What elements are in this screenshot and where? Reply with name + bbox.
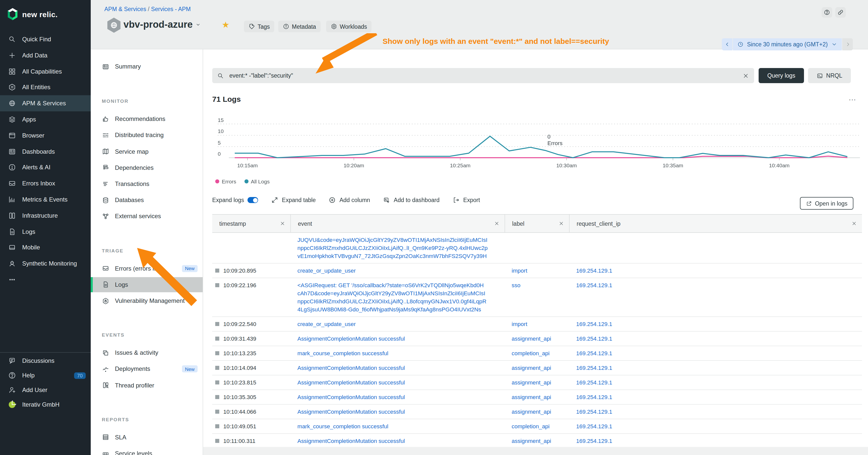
ip-link[interactable]: 169.254.129.1	[576, 267, 612, 273]
sidebar-item-dashboards[interactable]: Dashboards	[0, 143, 91, 160]
event-link[interactable]: mark_course_completion successful	[298, 349, 499, 357]
event-link[interactable]: AssignmentCompletionMutation successful	[298, 393, 499, 401]
new-relic-logo[interactable]: new relic.	[6, 7, 58, 21]
event-link[interactable]: cAh7D&code=eyJraWQiOiJjcGltY29yZV8wOTI1M…	[298, 289, 499, 297]
sidebar-item-infrastructure[interactable]: Infrastructure	[0, 207, 91, 224]
legend-item-errors[interactable]: Errors	[215, 178, 236, 185]
export-button[interactable]: Export	[453, 196, 480, 203]
row-marker-icon[interactable]	[215, 410, 219, 414]
sidebar-footer-iterativ-gmbh[interactable]: Iterativ GmbH	[0, 396, 91, 413]
table-row[interactable]: 10:10:35.305AssignmentCompletionMutation…	[212, 390, 862, 404]
nrql-button[interactable]: NRQL	[808, 68, 851, 83]
open-in-logs-button[interactable]: Open in logs	[800, 197, 854, 209]
subnav-item-issues-activity[interactable]: Issues & activity	[91, 345, 203, 360]
column-header-event[interactable]: event	[290, 215, 504, 232]
subnav-item-databases[interactable]: Databases	[91, 193, 203, 207]
column-header-timestamp[interactable]: timestamp	[212, 215, 290, 232]
ip-link[interactable]: 169.254.129.1	[576, 438, 612, 444]
table-row[interactable]: 10:10:13.235mark_course_completion succe…	[212, 346, 862, 361]
row-marker-icon[interactable]	[215, 395, 219, 399]
sidebar-footer-help[interactable]: Help70	[0, 367, 91, 384]
subnav-item-sla[interactable]: SLA	[91, 430, 203, 445]
subnav-item-transactions[interactable]: Transactions	[91, 176, 203, 192]
sidebar-footer-discussions[interactable]: Discussions	[0, 353, 91, 369]
sidebar-item-metrics-events[interactable]: Metrics & Events	[0, 192, 91, 207]
label-link[interactable]: assignment_api	[512, 438, 551, 444]
time-range-button[interactable]: Since 30 minutes ago (GMT+2)	[733, 38, 842, 51]
legend-item-all-logs[interactable]: All Logs	[244, 178, 270, 185]
table-row[interactable]: 10:09:22.196<ASGIRequest: GET '/sso/call…	[212, 278, 862, 317]
row-marker-icon[interactable]	[215, 268, 219, 272]
table-row[interactable]: 10:10:44.066AssignmentCompletionMutation…	[212, 404, 862, 419]
subnav-item-recommendations[interactable]: Recommendations	[91, 111, 203, 127]
ip-link[interactable]: 169.254.129.1	[576, 380, 612, 386]
table-row[interactable]: 10:10:23.815AssignmentCompletionMutation…	[212, 376, 862, 390]
event-link[interactable]: AssignmentCompletionMutation successful	[298, 437, 499, 445]
row-marker-icon[interactable]	[215, 283, 219, 287]
column-header-request-client-ip[interactable]: request_client_ip	[569, 215, 862, 232]
ip-link[interactable]: 169.254.129.1	[576, 321, 612, 327]
event-link[interactable]: AssignmentCompletionMutation successful	[298, 379, 499, 387]
row-marker-icon[interactable]	[215, 322, 219, 326]
ip-link[interactable]: 169.254.129.1	[576, 394, 612, 400]
table-row[interactable]: 10:09:31.439AssignmentCompletionMutation…	[212, 331, 862, 346]
sidebar-item-all-capabilities[interactable]: All Capabilities	[0, 63, 91, 79]
subnav-item-deployments[interactable]: DeploymentsNew	[91, 361, 203, 377]
table-row[interactable]: 10:09:20.895create_or_update_userimport1…	[212, 263, 862, 278]
chart-menu-button[interactable]: ...	[849, 94, 856, 102]
permalink-icon-button[interactable]	[835, 7, 846, 18]
ip-link[interactable]: 169.254.129.1	[576, 365, 612, 371]
remove-column-icon[interactable]	[494, 221, 499, 226]
metadata-button[interactable]: Metadata	[278, 21, 320, 32]
remove-column-icon[interactable]	[851, 221, 857, 226]
event-link[interactable]: create_or_update_user	[298, 320, 499, 328]
event-link[interactable]: nppcCI6IkRlZmxhdGUiLCJzZXIiOiIxLjAifQ..l…	[298, 244, 499, 252]
label-link[interactable]: completion_api	[512, 350, 550, 356]
row-marker-icon[interactable]	[215, 424, 219, 428]
favorite-star-icon[interactable]: ★	[222, 20, 229, 30]
event-link[interactable]: create_or_update_user	[298, 266, 499, 274]
sidebar-footer-add-user[interactable]: Add User	[0, 382, 91, 398]
sidebar-item-apps[interactable]: Apps	[0, 111, 91, 128]
row-marker-icon[interactable]	[215, 439, 219, 443]
sidebar-item-all-entities[interactable]: All Entities	[0, 79, 91, 96]
sidebar-item-browser[interactable]: Browser	[0, 128, 91, 143]
sidebar-item-logs[interactable]: Logs	[0, 224, 91, 239]
event-link[interactable]: AssignmentCompletionMutation successful	[298, 364, 499, 372]
workloads-button[interactable]: Workloads	[326, 21, 372, 32]
table-row[interactable]: JUQVU&code=eyJraWQiOiJjcGltY29yZV8wOTI1M…	[212, 233, 862, 263]
label-link[interactable]: assignment_api	[512, 365, 551, 371]
table-row[interactable]: 10:10:14.094AssignmentCompletionMutation…	[212, 361, 862, 376]
event-link[interactable]: vE1moHpkhokTVBvguN7_72JtGzGsqxZpn2OaKc3n…	[298, 252, 499, 260]
ip-link[interactable]: 169.254.129.1	[576, 335, 612, 342]
sidebar-item-errors-inbox[interactable]: Errors Inbox	[0, 175, 91, 192]
help-icon-button[interactable]	[822, 7, 832, 18]
row-marker-icon[interactable]	[215, 336, 219, 340]
label-link[interactable]: import	[512, 267, 527, 273]
event-link[interactable]: mark_course_completion successful	[298, 422, 499, 430]
row-marker-icon[interactable]	[215, 351, 219, 355]
event-link[interactable]: nppcCI6IkRlZmxhdGUiLCJzZXIiOiIxLjAifQ..L…	[298, 297, 499, 305]
subnav-item-dependencies[interactable]: Dependencies	[91, 160, 203, 175]
table-row[interactable]: 10:09:22.540create_or_update_userimport1…	[212, 317, 862, 331]
event-link[interactable]: JUQVU&code=eyJraWQiOiJjcGltY29yZV8wOTI1M…	[298, 236, 499, 244]
label-link[interactable]: assignment_api	[512, 380, 551, 386]
log-query-input[interactable]	[228, 72, 743, 79]
subnav-item-service-map[interactable]: Service map	[91, 144, 203, 159]
row-marker-icon[interactable]	[215, 366, 219, 370]
expand-table-button[interactable]: Expand table	[272, 196, 316, 203]
label-link[interactable]: import	[512, 321, 527, 327]
sidebar-item-add-data[interactable]: Add Data	[0, 47, 91, 64]
table-row[interactable]: 10:11:00.311AssignmentCompletionMutation…	[212, 434, 862, 449]
row-marker-icon[interactable]	[215, 381, 219, 385]
subnav-item-service-levels[interactable]: Service levels	[91, 446, 203, 455]
add-column-button[interactable]: Add column	[329, 196, 370, 203]
sidebar-item-synthetic-monitoring[interactable]: Synthetic Monitoring	[0, 256, 91, 271]
subnav-item-distributed-tracing[interactable]: Distributed tracing	[91, 128, 203, 143]
time-forward-button[interactable]	[842, 38, 853, 51]
subnav-item-errors-errors-inb[interactable]: Errors (errors inb...New	[91, 261, 203, 276]
expand-logs-toggle[interactable]: Expand logs	[212, 197, 258, 203]
label-link[interactable]: assignment_api	[512, 409, 551, 415]
sidebar-item-quick-find[interactable]: Quick Find	[0, 31, 91, 47]
label-link[interactable]: assignment_api	[512, 394, 551, 400]
